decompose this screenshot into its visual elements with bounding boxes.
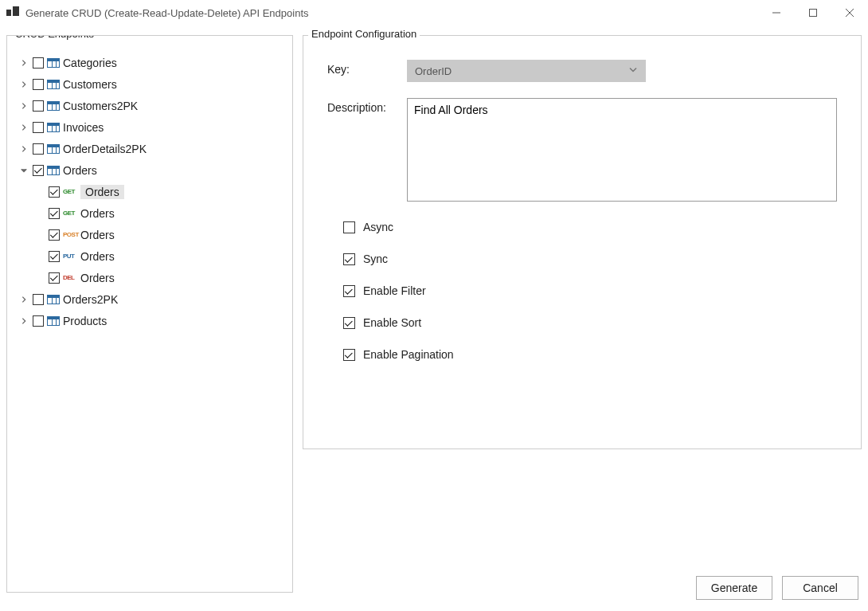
key-value: OrderID xyxy=(415,65,452,77)
maximize-button[interactable] xyxy=(795,0,831,25)
http-method-badge: GET xyxy=(63,188,77,195)
option-row[interactable]: Async xyxy=(343,221,837,233)
key-row: Key: OrderID xyxy=(327,60,837,82)
option-row[interactable]: Enable Pagination xyxy=(343,348,837,361)
svg-rect-1 xyxy=(810,10,817,17)
tree-method-row[interactable]: GETOrders xyxy=(15,202,284,224)
method-checkbox[interactable] xyxy=(49,272,60,284)
table-icon xyxy=(47,295,60,304)
table-label: Customers xyxy=(63,78,117,91)
method-checkbox[interactable] xyxy=(49,229,60,241)
crud-endpoints-legend: CRUD Endpoints xyxy=(12,35,97,40)
table-icon xyxy=(47,58,60,68)
chevron-right-icon[interactable] xyxy=(18,122,29,133)
tree-table-row[interactable]: Products xyxy=(15,310,284,331)
table-icon xyxy=(47,123,60,132)
method-label: Orders xyxy=(80,229,115,241)
method-label: Orders xyxy=(80,207,115,220)
http-method-badge: POST xyxy=(63,231,77,238)
http-method-badge: PUT xyxy=(63,253,77,260)
method-label: Orders xyxy=(80,185,124,199)
table-label: Invoices xyxy=(63,121,104,134)
table-checkbox[interactable] xyxy=(33,165,44,176)
generate-button[interactable]: Generate xyxy=(696,576,772,600)
table-label: Categories xyxy=(63,57,117,69)
option-checkbox[interactable] xyxy=(343,349,355,361)
chevron-right-icon[interactable] xyxy=(18,100,29,112)
option-checkbox[interactable] xyxy=(343,253,355,265)
http-method-badge: DEL xyxy=(63,274,77,281)
chevron-right-icon[interactable] xyxy=(18,79,29,90)
http-method-badge: GET xyxy=(63,210,77,217)
table-icon xyxy=(47,166,60,175)
endpoint-config-legend: Endpoint Configuration xyxy=(308,28,420,40)
minimize-button[interactable] xyxy=(758,0,795,25)
tree-table-row[interactable]: Customers2PK xyxy=(15,95,284,116)
option-label: Sync xyxy=(363,253,388,265)
table-icon xyxy=(47,144,60,154)
table-label: OrderDetails2PK xyxy=(63,143,147,155)
table-label: Orders xyxy=(63,164,97,177)
key-dropdown[interactable]: OrderID xyxy=(407,60,646,82)
table-checkbox[interactable] xyxy=(33,100,44,112)
tree-table-row[interactable]: Invoices xyxy=(15,116,284,138)
chevron-right-icon[interactable] xyxy=(18,294,29,305)
key-label: Key: xyxy=(327,60,407,82)
chevron-right-icon[interactable] xyxy=(18,143,29,155)
table-checkbox[interactable] xyxy=(33,143,44,155)
chevron-right-icon[interactable] xyxy=(18,315,29,327)
tree-table-row[interactable]: Orders xyxy=(15,159,284,181)
background-strip xyxy=(183,603,741,611)
tree-table-row[interactable]: Orders2PK xyxy=(15,288,284,310)
description-input[interactable] xyxy=(407,98,837,202)
tree-method-row[interactable]: PUTOrders xyxy=(15,245,284,267)
options-list: AsyncSyncEnable FilterEnable SortEnable … xyxy=(327,221,837,361)
method-checkbox[interactable] xyxy=(49,186,60,198)
tree-table-row[interactable]: OrderDetails2PK xyxy=(15,138,284,159)
chevron-down-icon[interactable] xyxy=(18,165,29,176)
option-label: Enable Pagination xyxy=(363,348,454,361)
table-checkbox[interactable] xyxy=(33,294,44,305)
method-checkbox[interactable] xyxy=(49,251,60,262)
chevron-down-icon xyxy=(628,65,638,77)
description-row: Description: xyxy=(327,98,837,202)
table-checkbox[interactable] xyxy=(33,122,44,133)
method-checkbox[interactable] xyxy=(49,208,60,219)
table-checkbox[interactable] xyxy=(33,315,44,327)
option-checkbox[interactable] xyxy=(343,285,355,297)
option-row[interactable]: Enable Filter xyxy=(343,284,837,297)
option-checkbox[interactable] xyxy=(343,317,355,329)
option-checkbox[interactable] xyxy=(343,221,355,233)
footer-buttons: Generate Cancel xyxy=(696,576,858,600)
option-label: Enable Sort xyxy=(363,316,421,329)
table-icon xyxy=(47,316,60,326)
tree-table-row[interactable]: Customers xyxy=(15,73,284,95)
window-controls xyxy=(758,0,868,25)
table-checkbox[interactable] xyxy=(33,57,44,69)
option-row[interactable]: Sync xyxy=(343,253,837,265)
app-icon xyxy=(6,6,19,19)
method-label: Orders xyxy=(80,272,115,284)
tree-table-row[interactable]: Categories xyxy=(15,52,284,73)
close-button[interactable] xyxy=(831,0,868,25)
chevron-right-icon[interactable] xyxy=(18,57,29,69)
table-label: Customers2PK xyxy=(63,100,138,112)
table-icon xyxy=(47,101,60,111)
endpoint-config-panel: Endpoint Configuration Key: OrderID Desc… xyxy=(303,35,862,449)
tree-method-row[interactable]: POSTOrders xyxy=(15,224,284,245)
option-label: Enable Filter xyxy=(363,284,426,297)
table-icon xyxy=(47,80,60,89)
option-row[interactable]: Enable Sort xyxy=(343,316,837,329)
window-title: Generate CRUD (Create-Read-Update-Delete… xyxy=(25,7,758,19)
method-label: Orders xyxy=(80,250,115,263)
table-checkbox[interactable] xyxy=(33,79,44,90)
option-label: Async xyxy=(363,221,393,233)
cancel-button[interactable]: Cancel xyxy=(782,576,858,600)
table-label: Products xyxy=(63,315,107,327)
description-label: Description: xyxy=(327,98,407,202)
tree-method-row[interactable]: DELOrders xyxy=(15,267,284,288)
titlebar: Generate CRUD (Create-Read-Update-Delete… xyxy=(0,0,868,25)
content-area: CRUD Endpoints CategoriesCustomersCustom… xyxy=(0,25,868,566)
tree-method-row[interactable]: GETOrders xyxy=(15,181,284,202)
endpoint-tree[interactable]: CategoriesCustomersCustomers2PKInvoicesO… xyxy=(15,52,284,331)
